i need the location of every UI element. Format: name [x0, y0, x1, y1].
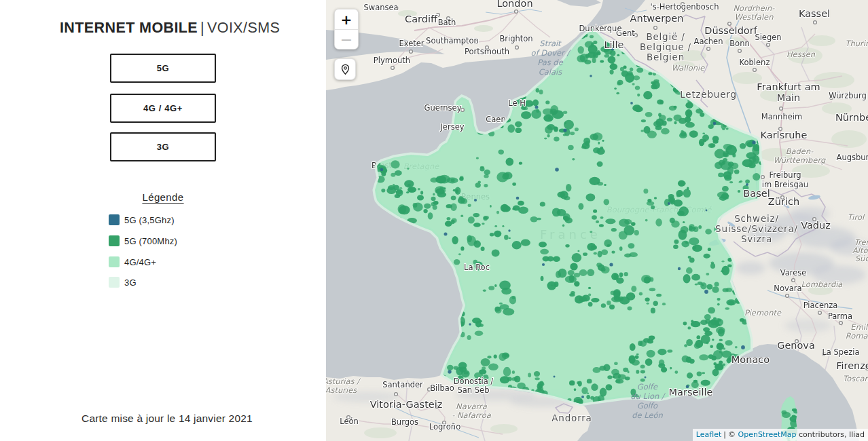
map-label: Parma — [828, 311, 852, 321]
page-title: INTERNET MOBILE|VOIX/SMS — [60, 20, 280, 37]
map-label: Firenze — [836, 360, 868, 371]
legend-label: 5G (3,5Ghz) — [124, 214, 175, 225]
map-pin-icon — [339, 63, 352, 76]
map-label: Southampton — [426, 36, 479, 45]
locate-button[interactable] — [334, 58, 356, 80]
map-updated-text: Carte mise à jour le 14 janvier 2021 — [82, 413, 253, 425]
map-label: Wallonie — [672, 63, 706, 73]
map-label: Antwerpen — [630, 13, 684, 24]
leaflet-link[interactable]: Leaflet — [696, 430, 721, 439]
zoom-control: + − — [334, 9, 359, 50]
city-dot — [410, 50, 413, 54]
map-label: Plymouth — [374, 56, 410, 65]
map-label: Augsburg — [837, 153, 868, 162]
map-label: Santander — [382, 380, 423, 389]
map-label: Düsseldorf — [704, 25, 757, 36]
city-dot — [792, 279, 795, 282]
page-title-separator: | — [198, 20, 207, 36]
legend-item-5g-700: 5G (700Mhz) — [109, 235, 177, 246]
map-label: Bilbao — [430, 383, 454, 393]
map-label: Vitoria-Gasteiz — [370, 399, 443, 410]
legend-item-5g-3500: 5G (3,5Ghz) — [109, 214, 175, 225]
map-label: Guernsey — [424, 103, 462, 113]
map-label: La Roc — [464, 263, 490, 272]
city-dot — [753, 69, 757, 72]
page-title-bold: INTERNET MOBILE — [60, 20, 198, 36]
map-label: Koblenz — [740, 58, 770, 67]
city-dot — [654, 26, 657, 30]
map-label: Le H — [508, 98, 526, 108]
legend-title: Légende — [0, 191, 326, 203]
map-label: Basel — [743, 188, 770, 199]
map-label: Varese — [780, 268, 807, 277]
city-dot — [515, 10, 518, 14]
map-label: Logroño — [429, 422, 460, 432]
city-dot — [738, 50, 742, 53]
city-dot — [839, 322, 843, 325]
coverage-app: INTERNET MOBILE|VOIX/SMS 5G 4G / 4G+ 3G … — [0, 0, 868, 441]
map-label: Swansea — [363, 3, 398, 12]
map-label: Toscana — [843, 374, 868, 383]
map-label: Nürnberg — [835, 112, 868, 123]
map-label: Letzebuerg — [680, 89, 737, 100]
city-dot — [395, 393, 398, 396]
city-dot — [516, 46, 519, 50]
zoom-in-button[interactable]: + — [335, 9, 358, 29]
map-label: Mannheim — [761, 112, 802, 121]
legend-label: 4G/4G+ — [124, 256, 156, 267]
map-label: TrentAlto ASüdt — [852, 237, 868, 263]
coverage-map[interactable]: RennesBretagneBourgogne-Franche-ComtéFra… — [326, 0, 868, 441]
zoom-out-button[interactable]: − — [335, 29, 358, 49]
map-label: Cardiff — [405, 14, 438, 24]
map-label: Genova — [777, 340, 815, 351]
legend-label: 3G — [124, 277, 137, 288]
map-label: London — [496, 0, 532, 9]
city-dot — [767, 43, 770, 47]
legend-swatch-3g — [109, 277, 120, 288]
map-label: Nordrhein-Westfalen — [734, 3, 776, 22]
map-label: Bath — [438, 18, 456, 27]
map-label: Vaduz — [801, 220, 831, 231]
map-label: Aachen — [694, 37, 723, 46]
legend-swatch-4g — [109, 256, 120, 267]
attribution-suffix: contributors, Iliad — [797, 430, 865, 439]
map-label: Piacenza — [803, 301, 838, 310]
city-dot — [814, 21, 817, 24]
map-label: 's-Hertogenbosch — [651, 2, 719, 12]
osm-link[interactable]: OpenStreetMap — [738, 430, 797, 439]
map-label: La Spezia — [822, 347, 859, 357]
map-label: Hessen — [786, 50, 816, 59]
map-label: Lille — [604, 39, 623, 50]
map-label: België /Belgique /Belgien — [640, 31, 691, 62]
map-label: Thuringe — [845, 39, 868, 48]
city-dot — [761, 176, 765, 179]
map-label: Burgos — [391, 417, 418, 427]
map-label: Portsmouth — [465, 47, 509, 56]
page-title-light: VOIX/SMS — [207, 20, 280, 36]
legend-label: 5G (700Mhz) — [124, 235, 177, 246]
legend-swatch-5g-700 — [109, 235, 120, 246]
sidebar: INTERNET MOBILE|VOIX/SMS 5G 4G / 4G+ 3G … — [0, 0, 326, 441]
map-label: Zürich — [768, 196, 799, 207]
map-label: Tirol — [848, 212, 865, 222]
network-5g-button[interactable]: 5G — [110, 54, 216, 83]
network-3g-button[interactable]: 3G — [110, 132, 216, 161]
city-dot — [707, 47, 710, 51]
map-label: Karlsruhe — [761, 130, 808, 140]
map-label: Monaco — [731, 354, 770, 365]
map-attribution: Leaflet|© OpenStreetMap contributors, Il… — [693, 429, 868, 441]
map-canvas: RennesBretagneBourgogne-Franche-ComtéFra… — [326, 0, 868, 441]
map-label: Brighton — [499, 34, 532, 43]
map-label: Navarra- Nafarroa — [452, 402, 492, 420]
city-dot — [818, 311, 822, 315]
map-label: Donostia /San Seb — [454, 377, 494, 395]
legend-item-4g: 4G/4G+ — [109, 256, 156, 267]
copyright-symbol: © — [728, 430, 736, 439]
map-label: Marseille — [669, 387, 713, 398]
map-label: Lombardia — [801, 280, 844, 289]
legend-swatch-5g-3500 — [109, 214, 120, 225]
map-label: Asturias /Asturies — [326, 377, 361, 395]
map-label: Jersey — [439, 122, 464, 132]
map-label: Novara — [774, 284, 801, 293]
network-4g-button[interactable]: 4G / 4G+ — [110, 94, 216, 123]
